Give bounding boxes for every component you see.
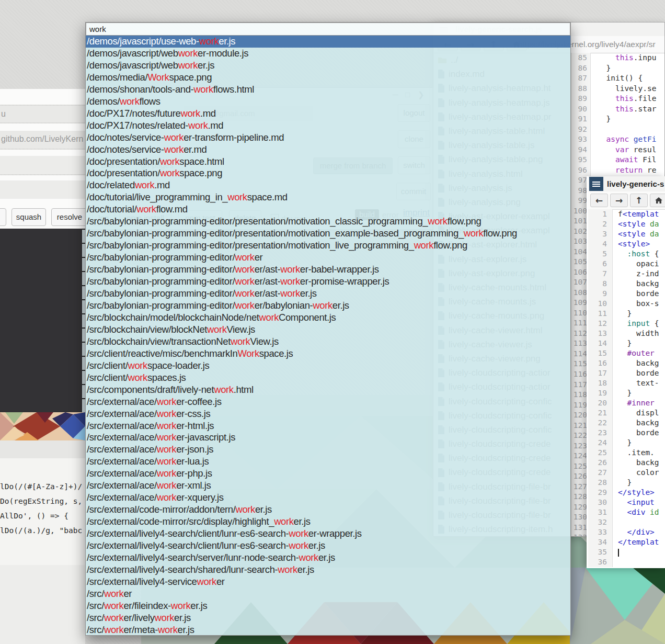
- left-input-repo-url[interactable]: github.com/LivelyKern: [0, 131, 86, 149]
- search-result-item[interactable]: /src/external/ace/worker-xml.js: [86, 480, 570, 492]
- code-line[interactable]: 85 this.inpu: [571, 53, 664, 63]
- search-result-item[interactable]: /src/worker/livelyworker.js: [86, 612, 570, 624]
- code-line[interactable]: 88 lively.se: [571, 84, 664, 94]
- search-result-item[interactable]: /src/external/ace/worker-javascript.js: [86, 432, 570, 444]
- search-result-item[interactable]: /src/worker: [86, 588, 570, 600]
- search-result-item[interactable]: /src/worker/fileindex-worker.js: [86, 600, 570, 612]
- code-line[interactable]: 19 }: [588, 388, 665, 398]
- search-result-item[interactable]: /src/client/reactive/misc/benchmarkInWor…: [86, 348, 570, 360]
- code-line[interactable]: 33 </div>: [588, 527, 665, 537]
- search-result-item[interactable]: /src/external/lively4-search/client/lunr…: [86, 528, 570, 540]
- search-result-item[interactable]: /doc/tutorial/workflow.md: [86, 204, 570, 216]
- search-result-item[interactable]: /src/external/lively4-search/server/lunr…: [86, 552, 570, 564]
- code-line[interactable]: 9 borde: [588, 289, 665, 299]
- search-result-item[interactable]: /demos/javascript/webworker.js: [86, 60, 570, 72]
- code-line[interactable]: 6 opaci: [588, 259, 665, 269]
- forward-button[interactable]: →: [610, 194, 628, 207]
- search-result-item[interactable]: /src/external/ace/worker-xquery.js: [86, 492, 570, 504]
- search-result-item[interactable]: /src/babylonian-programming-editor/worke…: [86, 300, 570, 312]
- code-line[interactable]: 11 }: [588, 309, 665, 319]
- home-button[interactable]: [650, 194, 665, 207]
- code-line[interactable]: 21 displ: [588, 408, 665, 418]
- search-result-item[interactable]: /src/blockchain/view/blockNetworkView.js: [86, 324, 570, 336]
- code-line[interactable]: 26 backg: [588, 458, 665, 468]
- code-line[interactable]: 15 #outer: [588, 348, 665, 358]
- search-result-item[interactable]: /src/babylonian-programming-editor/worke…: [86, 288, 570, 300]
- code-line[interactable]: 95 await Fil: [571, 155, 664, 165]
- code-line[interactable]: 29</style>: [588, 488, 665, 498]
- search-result-item[interactable]: /src/external/lively4-search/shared/lunr…: [86, 564, 570, 576]
- search-result-item[interactable]: /src/babylonian-programming-editor/worke…: [86, 252, 570, 264]
- search-result-item[interactable]: /src/blockchain/model/blockchainNode/net…: [86, 312, 570, 324]
- back-button[interactable]: ←: [590, 194, 608, 207]
- search-result-item[interactable]: /src/babylonian-programming-editor/prese…: [86, 216, 570, 228]
- menu-icon[interactable]: [589, 177, 603, 191]
- code-line[interactable]: 89 this.file: [571, 94, 664, 104]
- code-line[interactable]: 87 init() {: [571, 73, 664, 84]
- code-line[interactable]: 36: [588, 557, 665, 567]
- up-button[interactable]: ↑: [630, 194, 648, 207]
- code-line[interactable]: 13 width: [588, 329, 665, 338]
- search-result-item[interactable]: /doc/presentation/workspace.png: [86, 167, 570, 179]
- code-line[interactable]: 5 :host {: [588, 249, 665, 259]
- squash-button[interactable]: squash: [12, 208, 46, 226]
- search-result-item[interactable]: /src/client/workspace-loader.js: [86, 360, 570, 372]
- code-line[interactable]: 16 backg: [588, 358, 665, 368]
- search-result-item[interactable]: /src/external/code-mirror/addon/tern/wor…: [86, 504, 570, 516]
- code-line[interactable]: 30 <input: [588, 498, 665, 507]
- search-result-item[interactable]: /demos/shonan/tools-and-workflows.html: [86, 84, 570, 96]
- code-line[interactable]: 20 #inner: [588, 398, 665, 408]
- code-line[interactable]: 22 backg: [588, 418, 665, 428]
- code-line[interactable]: 4<style>: [588, 239, 665, 249]
- search-result-item[interactable]: /doc/relatedwork.md: [86, 179, 570, 191]
- search-result-item[interactable]: /demos/javascript/use-web-worker.js: [86, 36, 570, 48]
- code-line[interactable]: 3<style da: [588, 229, 665, 239]
- search-result-item[interactable]: /src/external/code-mirror/src/display/hi…: [86, 516, 570, 528]
- code-line[interactable]: 27 color: [588, 468, 665, 478]
- code-line[interactable]: 31 <div id: [588, 507, 665, 517]
- search-result-item[interactable]: /src/components/draft/lively-network.htm…: [86, 384, 570, 396]
- code-line[interactable]: 7 z-ind: [588, 269, 665, 279]
- code-line[interactable]: 10 box-s: [588, 299, 665, 309]
- code-line[interactable]: 91 }: [571, 114, 664, 125]
- search-result-item[interactable]: /doc/PX17/notes/futurework.md: [86, 108, 570, 120]
- search-result-item[interactable]: /doc/PX17/notes/related-work.md: [86, 120, 570, 132]
- search-result-item[interactable]: /demos/workflows: [86, 96, 570, 108]
- search-result-item[interactable]: /src/external/lively4-search/client/lunr…: [86, 540, 570, 552]
- code-line[interactable]: 35: [588, 547, 665, 557]
- code-line[interactable]: 18 text-: [588, 378, 665, 388]
- search-result-item[interactable]: /src/external/ace/worker-html.js: [86, 420, 570, 432]
- code-line[interactable]: 34</templat: [588, 537, 665, 547]
- code-line[interactable]: 28 }: [588, 478, 665, 488]
- code-line[interactable]: 25 .item.: [588, 448, 665, 458]
- search-result-item[interactable]: /doc/presentation/workspace.html: [86, 156, 570, 168]
- code-line[interactable]: 2<style da: [588, 219, 665, 229]
- search-result-item[interactable]: /src/external/lively4-serviceworker: [86, 576, 570, 588]
- left-input-empty[interactable]: [0, 156, 85, 174]
- search-result-item[interactable]: /src/external/ace/worker-php.js: [86, 468, 570, 480]
- search-result-item[interactable]: /src/babylonian-programming-editor/worke…: [86, 276, 570, 288]
- search-result-item[interactable]: /demos/media/Workspace.png: [86, 72, 570, 84]
- search-result-item[interactable]: /src/babylonian-programming-editor/worke…: [86, 264, 570, 276]
- search-result-item[interactable]: /doc/notes/service-worker-transform-pipe…: [86, 132, 570, 144]
- code-line[interactable]: 14 }: [588, 338, 665, 348]
- code-line[interactable]: 90 this.star: [571, 104, 664, 115]
- code-line[interactable]: 86 }: [571, 63, 664, 74]
- search-result-item[interactable]: /src/external/ace/worker-css.js: [86, 408, 570, 420]
- search-result-item[interactable]: /src/babylonian-programming-editor/prese…: [86, 240, 570, 252]
- code-line[interactable]: 23 borde: [588, 428, 665, 438]
- code-line[interactable]: 94 var resul: [571, 145, 664, 155]
- search-result-item[interactable]: /src/external/ace/worker-lua.js: [86, 456, 570, 468]
- code-line[interactable]: 1f<templat: [588, 209, 665, 219]
- ff-button[interactable]: ff: [0, 208, 6, 226]
- search-result-item[interactable]: /demos/javascript/webworker-module.js: [86, 48, 570, 60]
- search-result-item[interactable]: /src/client/workspaces.js: [86, 372, 570, 384]
- search-result-item[interactable]: /src/external/ace/worker-coffee.js: [86, 396, 570, 408]
- search-result-item[interactable]: /doc/tutorial/live_programming_in_worksp…: [86, 191, 570, 204]
- code-line[interactable]: 92: [571, 125, 664, 135]
- component-code-editor[interactable]: 1f<templat2<style da3<style da4<style>5 …: [588, 209, 665, 568]
- search-result-item[interactable]: /src/blockchain/view/transactionNetworkV…: [86, 336, 570, 348]
- code-line[interactable]: 96 return re: [571, 165, 664, 176]
- left-input-username[interactable]: u: [0, 106, 86, 122]
- code-line[interactable]: 17 borde: [588, 368, 665, 378]
